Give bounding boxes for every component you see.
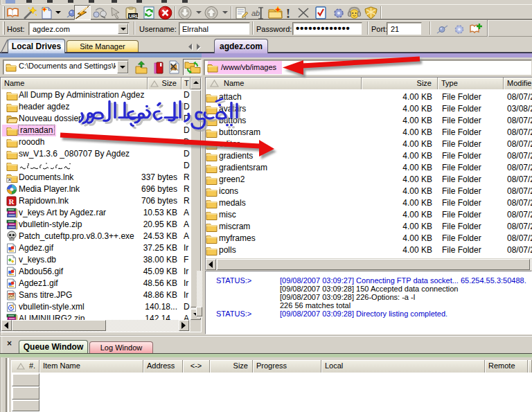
svg-text:ab: ab [251,9,260,17]
svg-text:URL: URL [129,14,139,19]
svg-text:R: R [8,197,15,206]
